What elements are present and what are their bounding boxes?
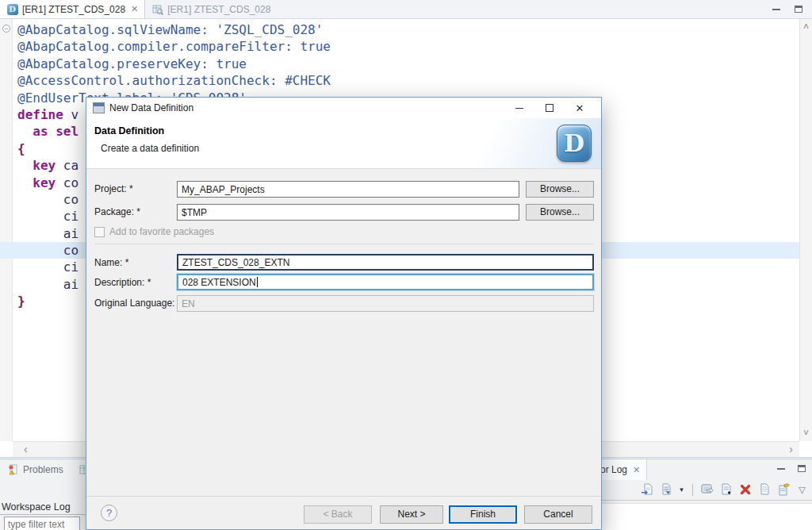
dialog-header-title: Data Definition (94, 125, 164, 136)
tab-label: [ER1] ZTEST_CDS_028 (167, 4, 270, 15)
editor-tabbar: D [ER1] ZTEST_CDS_028 ✕ [ER1] ZTEST_CDS_… (0, 0, 812, 19)
description-value: 028 EXTENSION (182, 277, 256, 288)
code-line: @AbapCatalog.compiler.compareFilter: tru… (0, 38, 799, 55)
code-line: @AbapCatalog.preserveKey: true (0, 56, 799, 72)
wizard-window-icon (93, 102, 105, 113)
scroll-left-icon[interactable]: ‹ (24, 444, 28, 454)
name-label: Name: * (94, 255, 128, 271)
view-menu-icon[interactable]: ▽ (795, 483, 809, 497)
cancel-button[interactable]: Cancel (524, 505, 592, 524)
export-log-icon[interactable] (640, 483, 653, 497)
name-input[interactable] (177, 254, 594, 271)
project-label: Project: * (94, 181, 133, 198)
code-line: @AccessControl.authorizationCheck: #CHEC… (0, 72, 799, 89)
favorite-packages-label: Add to favorite packages (109, 226, 214, 237)
dialog-header: Data Definition Create a data definition (86, 118, 601, 169)
next-button[interactable]: Next > (380, 505, 443, 524)
minimize-icon[interactable] (772, 8, 780, 10)
package-label: Package: * (94, 204, 140, 221)
scroll-down-icon[interactable]: ˅ (803, 428, 809, 438)
bottom-panel-controls (777, 465, 806, 472)
dialog-title: New Data Definition (109, 102, 193, 113)
close-icon[interactable]: ✕ (565, 99, 595, 117)
minimize-icon[interactable] (777, 467, 785, 470)
dropdown-icon[interactable]: ▾ (678, 483, 685, 497)
package-browse-button[interactable]: Browse... (526, 204, 594, 221)
package-input[interactable] (177, 204, 519, 221)
maximize-icon[interactable] (795, 6, 802, 13)
open-log-dropdown-icon[interactable] (659, 483, 672, 497)
maximize-icon[interactable] (798, 465, 806, 472)
problems-icon: ! (8, 464, 19, 475)
close-icon[interactable]: ✕ (633, 465, 640, 475)
minimize-icon[interactable] (504, 99, 534, 117)
original-language-label: Original Language: (94, 295, 174, 312)
filter-input[interactable] (4, 517, 80, 530)
favorite-packages-row: Add to favorite packages (94, 226, 214, 237)
maximize-icon[interactable] (534, 99, 565, 117)
dialog-titlebar[interactable]: New Data Definition ✕ (86, 98, 601, 118)
help-button[interactable]: ? (101, 505, 117, 521)
open-log-icon[interactable] (757, 483, 771, 497)
eclipse-adt-window: D [ER1] ZTEST_CDS_028 ✕ [ER1] ZTEST_CDS_… (0, 0, 812, 530)
workspace-log-title: Workspace Log (2, 501, 71, 513)
original-language-input[interactable] (177, 295, 594, 312)
delete-log-icon[interactable] (719, 483, 733, 497)
finish-button[interactable]: Finish (449, 505, 517, 524)
error-log-toolbar: ▾ ▽ (640, 482, 809, 497)
dialog-header-subtitle: Create a data definition (101, 143, 199, 154)
data-definition-icon: D (6, 3, 18, 15)
tab-label: [ER1] ZTEST_CDS_028 (22, 4, 125, 15)
toolbar-separator (692, 484, 693, 496)
back-button[interactable]: < Back (304, 505, 372, 524)
description-input[interactable]: 028 EXTENSION (177, 274, 594, 290)
tab-ztest-cds-028-preview[interactable]: [ER1] ZTEST_CDS_028 (145, 0, 277, 18)
close-icon[interactable]: ✕ (131, 4, 138, 14)
svg-text:!: ! (12, 470, 13, 475)
code-line: @AbapCatalog.sqlViewName: 'ZSQL_CDS_028' (0, 21, 799, 38)
data-preview-icon (151, 3, 163, 15)
favorite-packages-checkbox[interactable] (94, 227, 105, 237)
editor-window-controls (772, 0, 812, 18)
tab-problems[interactable]: ! Problems (2, 459, 70, 480)
form-separator (94, 244, 593, 244)
data-definition-logo-icon: D (557, 125, 592, 162)
text-caret (257, 277, 258, 287)
vertical-scrollbar[interactable]: ˄ ˅ (799, 19, 812, 441)
description-label: Description: * (94, 275, 151, 291)
project-input[interactable] (177, 181, 519, 198)
tab-ztest-cds-028[interactable]: D [ER1] ZTEST_CDS_028 ✕ (0, 0, 145, 18)
link-with-console-icon[interactable] (700, 483, 714, 497)
tab-label: Problems (23, 464, 63, 475)
new-data-definition-dialog: New Data Definition ✕ Data Definition Cr… (86, 97, 602, 530)
scroll-right-icon[interactable]: › (789, 444, 793, 454)
project-browse-button[interactable]: Browse... (526, 181, 594, 198)
restore-log-icon[interactable] (776, 483, 790, 497)
footer-separator (86, 496, 601, 497)
clear-log-icon[interactable] (738, 483, 752, 497)
scroll-up-icon[interactable]: ˄ (803, 22, 809, 32)
